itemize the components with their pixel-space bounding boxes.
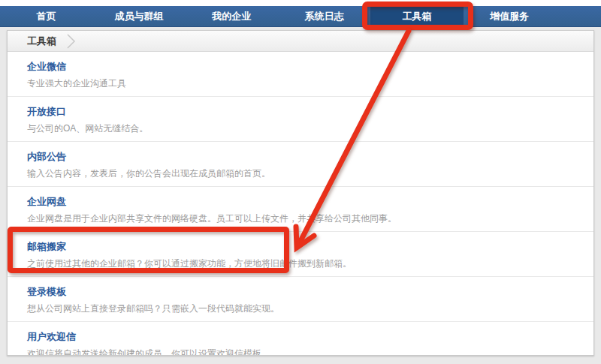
tool-link-enterprise-netdisk[interactable]: 企业网盘 [27, 196, 66, 207]
nav-items-container: 首页 成员与群组 我的企业 系统日志 工具箱 增值服务 [0, 6, 556, 27]
tool-link-open-api[interactable]: 开放接口 [27, 106, 66, 117]
tool-desc: 输入公告内容，发表后，你的公告会出现在成员邮箱的首页。 [27, 168, 593, 179]
nav-item-toolbox[interactable]: 工具箱 [370, 6, 463, 27]
tool-item-login-template: 登录模板 想从公司网站上直接登录邮箱吗？只需嵌入一段代码就能实现。 [8, 277, 593, 322]
tool-desc: 之前使用过其他的企业邮箱？你可以通过搬家功能，方便地将旧邮件搬到新邮箱。 [27, 258, 593, 269]
tool-item-enterprise-netdisk: 企业网盘 企业网盘是用于企业内部共享文件的网络硬盘。员工可以上传文件，并共享给公… [8, 187, 593, 232]
tool-item-internal-announcement: 内部公告 输入公告内容，发表后，你的公告会出现在成员邮箱的首页。 [8, 142, 593, 187]
top-strip [0, 0, 601, 6]
tool-link-login-template[interactable]: 登录模板 [27, 286, 66, 297]
nav-item-my-enterprise[interactable]: 我的企业 [186, 6, 278, 27]
tool-item-wechat-work: 企业微信 专业强大的企业沟通工具 [8, 52, 593, 97]
nav-item-home[interactable]: 首页 [0, 6, 92, 27]
tool-list: 企业微信 专业强大的企业沟通工具 开放接口 与公司的OA、网站无缝结合。 内部公… [8, 52, 593, 356]
content-card: 工具箱 企业微信 专业强大的企业沟通工具 开放接口 与公司的OA、网站无缝结合。… [7, 30, 594, 356]
tool-desc: 想从公司网站上直接登录邮箱吗？只需嵌入一段代码就能实现。 [27, 303, 593, 314]
tool-link-welcome-letter[interactable]: 用户欢迎信 [27, 331, 76, 342]
breadcrumb: 工具箱 [8, 31, 593, 52]
tool-link-mailbox-migration[interactable]: 邮箱搬家 [27, 241, 66, 252]
tool-item-open-api: 开放接口 与公司的OA、网站无缝结合。 [8, 97, 593, 142]
nav-item-members-groups[interactable]: 成员与群组 [92, 6, 185, 27]
nav-item-system-logs[interactable]: 系统日志 [278, 6, 370, 27]
tool-item-welcome-letter: 用户欢迎信 欢迎信将自动发送给新创建的成员，你可以设置欢迎信模板。 [8, 322, 593, 356]
nav-item-value-added[interactable]: 增值服务 [464, 6, 556, 27]
chevron-right-icon [67, 34, 76, 49]
tool-desc: 专业强大的企业沟通工具 [27, 78, 593, 89]
tool-item-mailbox-migration: 邮箱搬家 之前使用过其他的企业邮箱？你可以通过搬家功能，方便地将旧邮件搬到新邮箱… [8, 232, 593, 277]
tool-link-internal-announcement[interactable]: 内部公告 [27, 151, 66, 162]
tool-desc: 与公司的OA、网站无缝结合。 [27, 123, 593, 134]
tool-desc: 企业网盘是用于企业内部共享文件的网络硬盘。员工可以上传文件，并共享给公司其他同事… [27, 213, 593, 224]
tool-link-wechat-work[interactable]: 企业微信 [27, 61, 66, 72]
main-nav: 首页 成员与群组 我的企业 系统日志 工具箱 增值服务 [0, 6, 601, 27]
breadcrumb-current: 工具箱 [27, 35, 56, 48]
tool-desc: 欢迎信将自动发送给新创建的成员，你可以设置欢迎信模板。 [27, 348, 593, 356]
